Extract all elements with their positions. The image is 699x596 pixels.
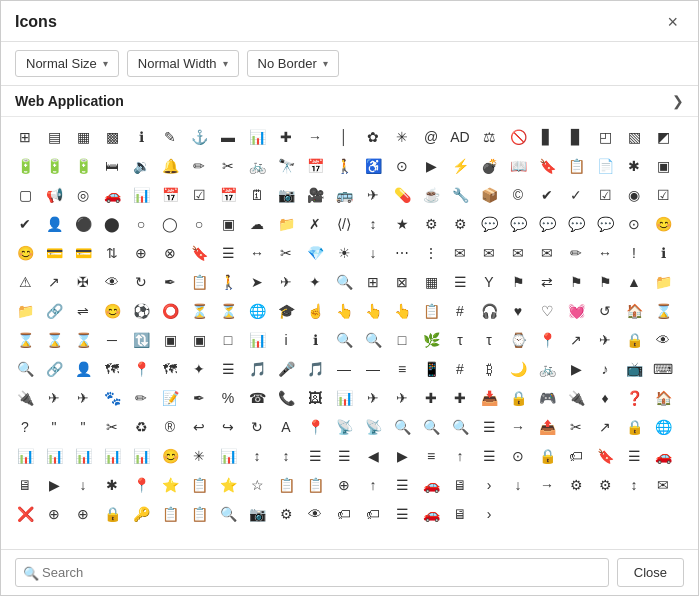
icon-cell[interactable]: 📋: [562, 152, 590, 180]
icon-cell[interactable]: 📦: [475, 181, 503, 209]
icon-cell[interactable]: ✔: [11, 210, 39, 238]
icon-cell[interactable]: ♦: [591, 384, 619, 412]
icon-cell[interactable]: ✎: [156, 123, 184, 151]
icon-cell[interactable]: ⊙: [620, 210, 648, 238]
icon-cell[interactable]: 🎵: [243, 355, 271, 383]
icon-cell[interactable]: ♻: [127, 413, 155, 441]
icon-cell[interactable]: ▩: [98, 123, 126, 151]
icon-cell[interactable]: ✏: [185, 152, 213, 180]
icon-cell[interactable]: 🚫: [504, 123, 532, 151]
icon-cell[interactable]: ≡: [417, 442, 445, 470]
icon-cell[interactable]: 💓: [562, 297, 590, 325]
icon-cell[interactable]: ☁: [243, 210, 271, 238]
icon-cell[interactable]: 📄: [591, 152, 619, 180]
icon-cell[interactable]: 🚗: [649, 442, 677, 470]
icon-cell[interactable]: ☰: [301, 442, 329, 470]
icon-cell[interactable]: i: [272, 326, 300, 354]
icon-cell[interactable]: 📺: [620, 355, 648, 383]
icon-cell[interactable]: ☰: [446, 268, 474, 296]
icon-cell[interactable]: ✦: [185, 355, 213, 383]
icon-cell[interactable]: 🚶: [214, 268, 242, 296]
icon-cell[interactable]: 💊: [388, 181, 416, 209]
icon-cell[interactable]: ↪: [214, 413, 242, 441]
icon-cell[interactable]: ✉: [533, 239, 561, 267]
icon-cell[interactable]: ⚑: [591, 268, 619, 296]
icon-cell[interactable]: ☎: [243, 384, 271, 412]
icon-cell[interactable]: ❌: [11, 500, 39, 528]
icon-cell[interactable]: ▊: [562, 123, 590, 151]
section-toggle-icon[interactable]: ❯: [672, 93, 684, 109]
icon-cell[interactable]: ▶: [40, 471, 68, 499]
icon-cell[interactable]: 📥: [475, 384, 503, 412]
icon-cell[interactable]: 👤: [69, 355, 97, 383]
icon-cell[interactable]: 🔗: [40, 355, 68, 383]
icon-cell[interactable]: 📊: [127, 181, 155, 209]
icon-cell[interactable]: ⚫: [69, 210, 97, 238]
icon-cell[interactable]: 🚶: [330, 152, 358, 180]
search-input[interactable]: [15, 558, 609, 587]
icon-cell[interactable]: ♥: [504, 297, 532, 325]
icon-cell[interactable]: ⏳: [185, 297, 213, 325]
icon-cell[interactable]: □: [388, 326, 416, 354]
icon-cell[interactable]: —: [359, 355, 387, 383]
icon-cell[interactable]: 📅: [301, 152, 329, 180]
icon-cell[interactable]: ▦: [417, 268, 445, 296]
icon-cell[interactable]: 🌙: [504, 355, 532, 383]
icon-cell[interactable]: ↻: [127, 268, 155, 296]
icon-cell[interactable]: ↑: [359, 471, 387, 499]
icon-cell[interactable]: ✈: [69, 384, 97, 412]
icon-cell[interactable]: ✂: [272, 239, 300, 267]
icon-cell[interactable]: 🔍: [388, 413, 416, 441]
icon-cell[interactable]: 📊: [11, 442, 39, 470]
icon-cell[interactable]: ↓: [359, 239, 387, 267]
icon-cell[interactable]: ▶: [562, 355, 590, 383]
icon-cell[interactable]: ☰: [620, 442, 648, 470]
icon-cell[interactable]: 🔉: [127, 152, 155, 180]
icon-cell[interactable]: 🔒: [533, 442, 561, 470]
icon-cell[interactable]: ▶: [417, 152, 445, 180]
icon-cell[interactable]: ☰: [330, 442, 358, 470]
border-dropdown[interactable]: No Border ▾: [247, 50, 339, 77]
icon-cell[interactable]: 💬: [504, 210, 532, 238]
icon-cell[interactable]: 🚌: [330, 181, 358, 209]
icon-cell[interactable]: 📊: [98, 442, 126, 470]
icon-cell[interactable]: 🚗: [98, 181, 126, 209]
icon-cell[interactable]: ↺: [591, 297, 619, 325]
icon-cell[interactable]: ↗: [562, 326, 590, 354]
icon-cell[interactable]: 🚲: [533, 355, 561, 383]
icon-cell[interactable]: 📋: [156, 500, 184, 528]
icon-cell[interactable]: ›: [475, 471, 503, 499]
icon-cell[interactable]: ✏: [562, 239, 590, 267]
icon-cell[interactable]: ✉: [504, 239, 532, 267]
icon-cell[interactable]: 📞: [272, 384, 300, 412]
icon-cell[interactable]: ▧: [620, 123, 648, 151]
icon-cell[interactable]: ▣: [185, 326, 213, 354]
icon-cell[interactable]: 📁: [649, 268, 677, 296]
icon-cell[interactable]: ☑: [185, 181, 213, 209]
icon-cell[interactable]: 🔒: [620, 326, 648, 354]
icon-cell[interactable]: ⌛: [11, 326, 39, 354]
icon-cell[interactable]: 🔋: [11, 152, 39, 180]
icon-cell[interactable]: 🗺: [98, 355, 126, 383]
icon-cell[interactable]: ▣: [649, 152, 677, 180]
icon-cell[interactable]: ⊕: [40, 500, 68, 528]
icon-cell[interactable]: ✱: [620, 152, 648, 180]
icon-cell[interactable]: 📤: [533, 413, 561, 441]
icon-cell[interactable]: ↕: [272, 442, 300, 470]
icon-cell[interactable]: ↓: [504, 471, 532, 499]
icon-cell[interactable]: 📍: [127, 355, 155, 383]
icon-cell[interactable]: ↕: [620, 471, 648, 499]
icon-cell[interactable]: ☰: [388, 500, 416, 528]
icon-cell[interactable]: ▦: [69, 123, 97, 151]
icon-cell[interactable]: ✈: [591, 326, 619, 354]
icon-cell[interactable]: ✳: [388, 123, 416, 151]
icon-cell[interactable]: 🔒: [98, 500, 126, 528]
icon-cell[interactable]: 🔃: [127, 326, 155, 354]
icon-cell[interactable]: 🔍: [214, 500, 242, 528]
icon-cell[interactable]: ✒: [156, 268, 184, 296]
icon-cell[interactable]: 🌐: [243, 297, 271, 325]
icon-cell[interactable]: ›: [475, 500, 503, 528]
icon-cell[interactable]: ✳: [185, 442, 213, 470]
icon-cell[interactable]: 📋: [185, 268, 213, 296]
icon-cell[interactable]: 🔋: [69, 152, 97, 180]
